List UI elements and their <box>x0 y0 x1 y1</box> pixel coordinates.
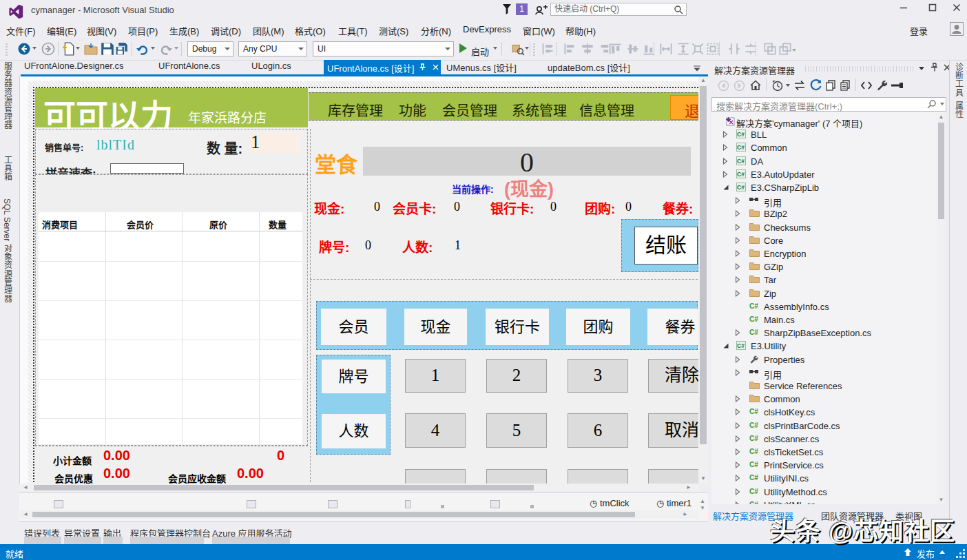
svg-text:C#: C# <box>749 329 758 336</box>
svg-text:C#: C# <box>737 184 745 191</box>
svg-text:C#: C# <box>737 158 745 165</box>
svg-text:C#: C# <box>749 315 758 323</box>
svg-text:C#: C# <box>737 171 745 178</box>
svg-text:C#: C# <box>749 435 758 442</box>
svg-text:C#: C# <box>737 342 745 349</box>
svg-text:C#: C# <box>749 448 758 455</box>
svg-text:C#: C# <box>737 131 745 138</box>
svg-text:C#: C# <box>737 144 745 151</box>
svg-text:C#: C# <box>749 422 758 429</box>
svg-text:C#: C# <box>749 461 758 468</box>
svg-text:C#: C# <box>749 474 758 481</box>
svg-text:C#: C# <box>749 488 758 495</box>
svg-text:C#: C# <box>749 501 758 504</box>
svg-text:C#: C# <box>749 302 758 310</box>
svg-text:C#: C# <box>749 408 758 415</box>
